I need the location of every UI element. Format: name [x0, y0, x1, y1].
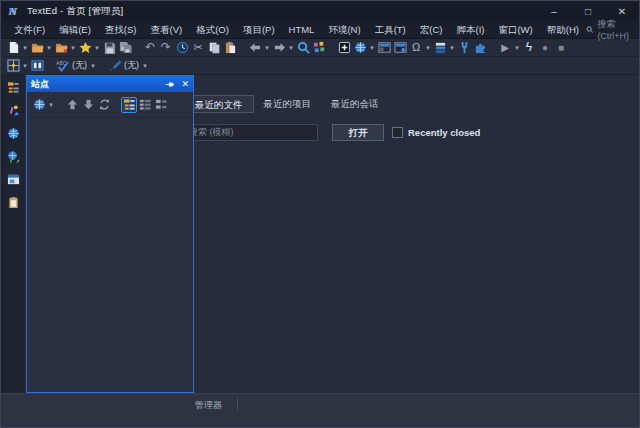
preview-window-icon[interactable] — [376, 40, 392, 56]
chevron-down-icon[interactable]: ▾ — [45, 44, 53, 52]
refresh-icon[interactable] — [96, 97, 112, 113]
site-panel-toolbar: ▾ — [27, 92, 193, 118]
publish-stack-icon[interactable] — [432, 40, 448, 56]
search-icon — [586, 24, 593, 35]
start-page-tab[interactable]: 最近的会话 — [321, 95, 389, 113]
puzzle-icon[interactable] — [472, 40, 488, 56]
menu-item[interactable]: 文件(F) — [7, 21, 52, 39]
clipboard-icon[interactable] — [5, 194, 21, 210]
menu-bar: 文件(F)编辑(E)查找(S)查看(V)格式(O)项目(P)HTML环境(N)工… — [1, 21, 639, 39]
fuzzy-search-input[interactable] — [184, 124, 318, 141]
workspace: 最近的文件最近的项目最近的会话 打开 Recently closed 站点 ✕ … — [1, 75, 639, 393]
site-panel-title: 站点 — [31, 78, 49, 91]
chevron-down-icon[interactable]: ▾ — [368, 44, 376, 52]
arrow-up-icon[interactable] — [64, 97, 80, 113]
browser-preview-icon[interactable] — [5, 171, 21, 187]
redo-icon[interactable]: ↷ — [158, 40, 174, 56]
forward-arrow-icon[interactable] — [271, 40, 287, 56]
record-icon[interactable]: ● — [537, 40, 553, 56]
secondary-toolbar: ▾ABC(无)▾(无)▾ — [1, 57, 639, 75]
view-list-2-icon[interactable] — [137, 97, 153, 113]
omega-icon[interactable]: Ω — [408, 40, 424, 56]
save-all-icon[interactable] — [117, 40, 133, 56]
chevron-down-icon[interactable]: ▾ — [424, 44, 432, 52]
title-bar: N TextEd - 首页 [管理员] – □ ✕ — [1, 1, 639, 21]
start-page-tab[interactable]: 最近的项目 — [254, 95, 322, 113]
paste-icon[interactable] — [222, 40, 238, 56]
box-plus-icon[interactable] — [336, 40, 352, 56]
start-page-tab[interactable]: 最近的文件 — [184, 95, 254, 113]
color-blocks-icon[interactable] — [311, 40, 327, 56]
cut-icon[interactable]: ✂ — [190, 40, 206, 56]
menu-item[interactable]: 项目(P) — [236, 21, 282, 39]
globe-sync-icon[interactable] — [5, 148, 21, 164]
app-window: N TextEd - 首页 [管理员] – □ ✕ 文件(F)编辑(E)查找(S… — [0, 0, 640, 428]
chevron-down-icon[interactable]: ▾ — [448, 44, 456, 52]
history-clock-icon[interactable] — [174, 40, 190, 56]
chevron-down-icon[interactable]: ▾ — [287, 44, 295, 52]
chevron-down-icon[interactable]: ▾ — [513, 44, 521, 52]
menu-item[interactable]: 帮助(H) — [540, 21, 586, 39]
globe-icon[interactable] — [5, 125, 21, 141]
recently-closed-label: Recently closed — [408, 127, 480, 138]
open-folder-icon[interactable] — [29, 40, 45, 56]
copy-icon[interactable] — [206, 40, 222, 56]
site-panel-titlebar[interactable]: 站点 ✕ — [27, 76, 193, 92]
spellcheck-icon[interactable]: ABC — [54, 58, 70, 74]
back-arrow-icon[interactable] — [247, 40, 263, 56]
open-folder-favorite-icon[interactable] — [53, 40, 69, 56]
chevron-down-icon[interactable]: ▾ — [47, 101, 55, 109]
site-tree-icon[interactable] — [5, 79, 21, 95]
menu-item[interactable]: 环境(N) — [321, 21, 367, 39]
menu-item[interactable]: HTML — [282, 21, 322, 39]
arrow-down-icon[interactable] — [80, 97, 96, 113]
menu-item[interactable]: 工具(T) — [368, 21, 413, 39]
chevron-down-icon[interactable]: ▾ — [141, 62, 149, 70]
recently-closed-checkbox[interactable] — [392, 127, 403, 138]
minimize-button[interactable]: – — [537, 1, 571, 21]
flash-icon[interactable]: ϟ — [521, 40, 537, 56]
window-title: TextEd - 首页 [管理员] — [27, 5, 123, 18]
new-file-icon[interactable] — [5, 40, 21, 56]
snippets-icon[interactable] — [5, 102, 21, 118]
chevron-down-icon[interactable]: ▾ — [21, 44, 29, 52]
global-search[interactable]: 搜索 (Ctrl+H) — [586, 18, 633, 41]
view-list-3-icon[interactable] — [153, 97, 169, 113]
chevron-down-icon[interactable]: ▾ — [93, 44, 101, 52]
site-panel: 站点 ✕ ▾ — [26, 75, 194, 393]
menu-item[interactable]: 查找(S) — [98, 21, 144, 39]
menu-item[interactable]: 宏(C) — [413, 21, 450, 39]
save-icon[interactable] — [101, 40, 117, 56]
menu-item[interactable]: 格式(O) — [189, 21, 236, 39]
panel-close-icon[interactable]: ✕ — [181, 79, 189, 90]
menu-item[interactable]: 窗口(W) — [491, 21, 539, 39]
search-icon[interactable] — [295, 40, 311, 56]
view-tree-icon[interactable] — [121, 97, 137, 113]
chevron-down-icon[interactable]: ▾ — [89, 62, 97, 70]
pin-icon[interactable] — [165, 79, 176, 90]
side-icon-strip — [1, 75, 25, 393]
menu-item[interactable]: 查看(V) — [143, 21, 189, 39]
manager-dock-tab[interactable]: 管理器 — [195, 399, 222, 412]
preview-window-alt-icon[interactable] — [392, 40, 408, 56]
grid-view-icon[interactable] — [5, 58, 21, 74]
menu-item[interactable]: 编辑(E) — [52, 21, 98, 39]
main-toolbar: ▾▾▾▾↶↷✂▾▾▾Ω▾▾▶▾ϟ●■ — [1, 39, 639, 57]
columns-view-icon[interactable] — [29, 58, 45, 74]
play-icon[interactable]: ▶ — [497, 40, 513, 56]
undo-icon[interactable]: ↶ — [142, 40, 158, 56]
globe-icon[interactable] — [352, 40, 368, 56]
favorites-star-icon[interactable] — [77, 40, 93, 56]
chevron-down-icon[interactable]: ▾ — [69, 44, 77, 52]
bottom-dock-bar: 管理器 — [1, 393, 639, 428]
globe-icon[interactable] — [31, 97, 47, 113]
stop-icon[interactable]: ■ — [553, 40, 569, 56]
wrench-icon[interactable] — [456, 40, 472, 56]
open-button[interactable]: 打开 — [332, 124, 384, 141]
chevron-down-icon[interactable]: ▾ — [21, 62, 29, 70]
chevron-down-icon[interactable]: ▾ — [263, 44, 271, 52]
brush-icon[interactable] — [106, 58, 122, 74]
menu-item[interactable]: 脚本(I) — [449, 21, 491, 39]
dock-tab-separator — [237, 398, 238, 410]
site-panel-body — [27, 118, 193, 392]
